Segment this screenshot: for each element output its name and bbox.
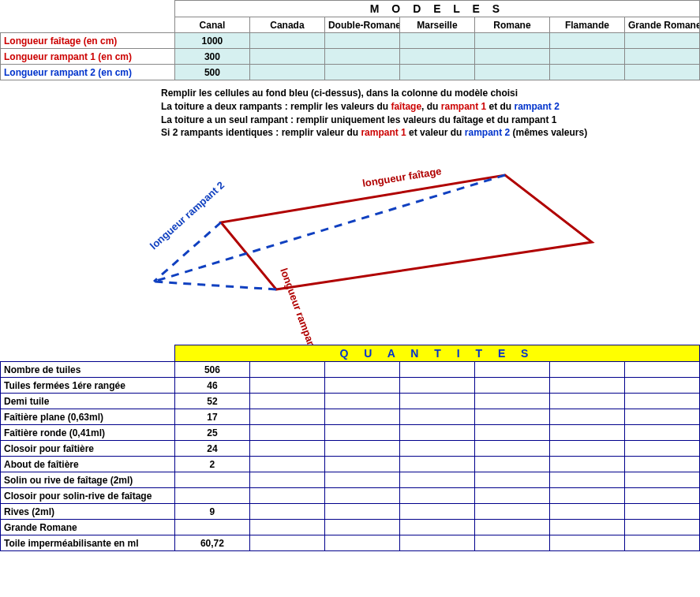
row-label-faitage: Longueur faîtage (en cm) [1, 33, 175, 49]
input-row-rampant1: Longueur rampant 1 (en cm) 300 [1, 49, 700, 65]
modeles-header: M O D E L E S [174, 1, 699, 17]
quant-cell [399, 488, 474, 504]
quant-cell [549, 378, 624, 394]
quant-cell [549, 394, 624, 409]
quant-cell [624, 409, 699, 425]
quant-cell [549, 535, 624, 551]
quant-cell [549, 504, 624, 520]
quant-cell [324, 504, 399, 520]
table-row: Faîtière plane (0,63ml)17 [1, 409, 700, 425]
quant-row-label: Grande Romane [1, 520, 175, 535]
quant-cell [249, 520, 324, 535]
quant-cell [624, 520, 699, 535]
quant-cell [474, 441, 549, 457]
input-cell[interactable] [399, 65, 474, 80]
quant-cell [324, 457, 399, 472]
instruction-line-3: La toiture a un seul rampant : remplir u… [161, 114, 697, 127]
quant-cell [174, 520, 249, 535]
input-cell[interactable] [549, 49, 624, 65]
quant-row-label: Demi tuile [1, 394, 175, 409]
quant-row-label: Closoir pour solin-rive de faîtage [1, 488, 175, 504]
input-cell[interactable] [624, 49, 699, 65]
table-row: Closoir pour faîtière24 [1, 441, 700, 457]
quant-cell [399, 441, 474, 457]
input-cell[interactable] [624, 33, 699, 49]
instruction-line-4: Si 2 rampants identiques : remplir valeu… [161, 126, 697, 140]
model-head-5: Flamande [549, 17, 624, 33]
table-row: Closoir pour solin-rive de faîtage [1, 488, 700, 504]
table-row: Grande Romane [1, 520, 700, 535]
input-cell[interactable] [549, 33, 624, 49]
quant-cell [399, 409, 474, 425]
input-row-faitage: Longueur faîtage (en cm) 1000 [1, 33, 700, 49]
quant-cell [474, 409, 549, 425]
quant-cell [549, 425, 624, 441]
quant-cell [624, 488, 699, 504]
quant-row-label: Faîtière ronde (0,41ml) [1, 425, 175, 441]
quant-cell [249, 535, 324, 551]
table-row: Tuiles fermées 1ére rangée46 [1, 378, 700, 394]
svg-marker-0 [221, 175, 592, 289]
input-cell[interactable] [474, 65, 549, 80]
input-cell[interactable] [399, 33, 474, 49]
quant-row-label: About de faîtière [1, 457, 175, 472]
quant-cell: 9 [174, 504, 249, 520]
input-cell[interactable] [324, 33, 399, 49]
model-head-0: Canal [174, 17, 249, 33]
quant-cell [249, 378, 324, 394]
quant-cell [474, 457, 549, 472]
input-cell[interactable]: 500 [174, 65, 249, 80]
quant-cell: 506 [174, 362, 249, 378]
instruction-line-2: La toiture a deux rampants : remplir les… [161, 100, 697, 114]
quant-row-label: Tuiles fermées 1ére rangée [1, 378, 175, 394]
quant-cell: 2 [174, 457, 249, 472]
row-label-rampant2: Longueur rampant 2 (en cm) [1, 65, 175, 80]
quant-cell [249, 362, 324, 378]
table-row: Rives (2ml)9 [1, 504, 700, 520]
input-cell[interactable] [249, 33, 324, 49]
quant-cell: 25 [174, 425, 249, 441]
quant-cell [324, 472, 399, 488]
quant-cell [549, 488, 624, 504]
input-cell[interactable] [249, 65, 324, 80]
quant-cell [399, 457, 474, 472]
model-head-6: Grande Romane [624, 17, 699, 33]
quant-cell [474, 425, 549, 441]
quant-cell [249, 488, 324, 504]
input-cell[interactable] [324, 49, 399, 65]
input-cell[interactable]: 300 [174, 49, 249, 65]
quant-cell [324, 535, 399, 551]
quant-cell [549, 441, 624, 457]
quant-row-label: Rives (2ml) [1, 504, 175, 520]
quant-row-label: Closoir pour faîtière [1, 441, 175, 457]
quant-cell [399, 535, 474, 551]
empty-corner [1, 1, 175, 17]
quant-cell [249, 409, 324, 425]
quant-cell [324, 488, 399, 504]
model-head-2: Double-Romane [324, 17, 399, 33]
quant-cell [399, 504, 474, 520]
quant-cell [474, 472, 549, 488]
quant-cell [474, 504, 549, 520]
quant-cell [174, 488, 249, 504]
quant-cell [249, 425, 324, 441]
table-row: Nombre de tuiles506 [1, 362, 700, 378]
input-cell[interactable] [249, 49, 324, 65]
input-cell[interactable] [624, 65, 699, 80]
quant-cell [399, 520, 474, 535]
table-row: Solin ou rive de faîtage (2ml) [1, 472, 700, 488]
table-row: Toile imperméabilisante en ml60,72 [1, 535, 700, 551]
quant-cell [624, 472, 699, 488]
quant-cell [549, 457, 624, 472]
input-cell[interactable] [474, 33, 549, 49]
quant-cell [249, 472, 324, 488]
model-header-row: Canal Canada Double-Romane Marseille Rom… [1, 17, 700, 33]
instructions-block: Remplir les cellules au fond bleu (ci-de… [158, 80, 700, 140]
input-cell[interactable] [474, 49, 549, 65]
input-cell[interactable] [549, 65, 624, 80]
quant-cell [624, 535, 699, 551]
input-cell[interactable]: 1000 [174, 33, 249, 49]
quant-cell [624, 457, 699, 472]
input-cell[interactable] [399, 49, 474, 65]
input-cell[interactable] [324, 65, 399, 80]
